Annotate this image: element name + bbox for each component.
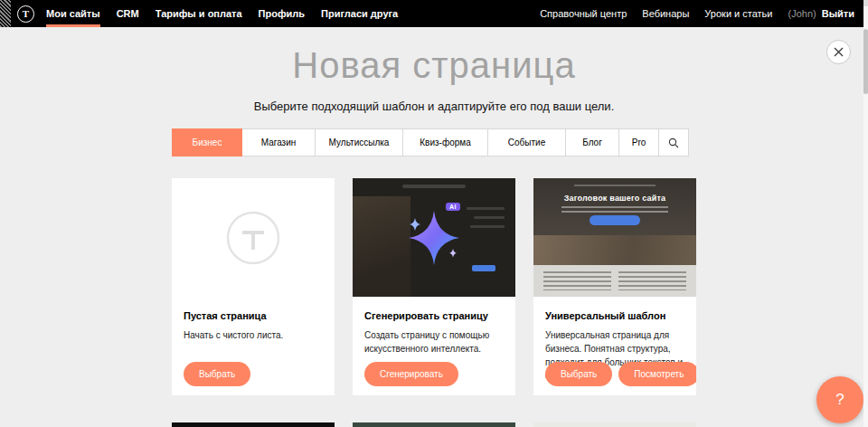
view-button[interactable]: Посмотреть [618, 362, 696, 386]
tab-shop[interactable]: Магазин [241, 128, 316, 157]
nav-item-profile[interactable]: Профиль [259, 0, 305, 27]
card-title: Универсальный шаблон [545, 310, 684, 321]
search-icon [668, 138, 679, 148]
preview-cta-button [590, 215, 640, 225]
card-universal-template[interactable]: Заголовок вашего сайта Универсальный шаб… [533, 178, 696, 395]
nav-item-my-sites[interactable]: Мои сайты [46, 0, 100, 27]
pattern-logo [0, 0, 11, 27]
blank-page-preview [172, 178, 335, 297]
card-description: Начать с чистого листа. [184, 328, 323, 342]
navbar-right: Справочный центр Вебинары Уроки и статьи… [540, 8, 863, 19]
help-button[interactable]: ? [816, 376, 863, 423]
card-actions: Выбрать [184, 362, 250, 386]
template-grid: Пустая страница Начать с чистого листа. … [172, 178, 696, 427]
template-card[interactable] [533, 422, 696, 427]
tab-search[interactable] [658, 128, 689, 157]
tab-blog[interactable]: Блог [565, 128, 619, 157]
top-navbar: T Мои сайты CRM Тарифы и оплата Профиль … [0, 0, 863, 27]
scrollbar-thumb[interactable] [863, 29, 868, 94]
nav-link-lessons[interactable]: Уроки и статьи [704, 8, 772, 19]
universal-template-preview: Заголовок вашего сайта [533, 178, 696, 297]
card-body: Пустая страница Начать с чистого листа. [172, 297, 335, 342]
preview-site-title: Заголовок вашего сайта [533, 178, 696, 203]
card-actions: Сгенерировать [364, 362, 458, 386]
tab-multilink[interactable]: Мультиссылка [315, 128, 403, 157]
nav-item-tariffs[interactable]: Тарифы и оплата [156, 0, 242, 27]
preview-text-column [543, 271, 611, 290]
card-body: Сгенерировать страницу Создать страницу … [353, 297, 515, 356]
card-title: Пустая страница [184, 310, 323, 321]
preview-subtitle-lines [561, 206, 668, 213]
preview-photo-band [533, 235, 696, 265]
template-card[interactable] [172, 422, 335, 427]
template-card[interactable] [353, 422, 515, 427]
template-preview [353, 422, 515, 427]
card-title: Сгенерировать страницу [364, 310, 504, 321]
close-button[interactable] [826, 40, 851, 64]
preview-topbar [402, 185, 466, 188]
tab-quiz-form[interactable]: Квиз-форма [402, 128, 488, 157]
preview-text-line [470, 225, 505, 228]
preview-button [472, 265, 495, 271]
nav-item-crm[interactable]: CRM [117, 0, 139, 27]
generate-button[interactable]: Сгенерировать [364, 362, 458, 386]
tab-pro[interactable]: Pro [618, 128, 659, 157]
select-button[interactable]: Выбрать [184, 362, 250, 386]
template-preview [533, 422, 696, 427]
logout-link[interactable]: Выйти [822, 8, 854, 19]
template-preview [172, 422, 335, 427]
page-title: Новая страница [0, 45, 868, 86]
preview-text-column [618, 271, 686, 290]
close-icon [834, 47, 844, 57]
user-logout[interactable]: (John) Выйти [788, 8, 855, 19]
preview-text-line [474, 216, 505, 219]
tab-event[interactable]: Событие [487, 128, 566, 157]
card-generate-ai[interactable]: AI Сгенерировать страницу Создать страни… [353, 178, 515, 395]
preview-text-section [533, 265, 696, 297]
page-subtitle: Выберите подходящий шаблон и адаптируйте… [0, 100, 868, 113]
ai-badge: AI [446, 203, 460, 211]
tab-business[interactable]: Бизнес [172, 128, 242, 157]
ai-sparkle-icon [401, 205, 467, 270]
tilda-logo[interactable]: T [17, 5, 34, 23]
card-actions: Выбрать Посмотреть [545, 362, 696, 386]
template-category-tabs: Бизнес Магазин Мультиссылка Квиз-форма С… [172, 128, 689, 157]
scrollbar-up-arrow[interactable] [863, 0, 868, 6]
select-button[interactable]: Выбрать [545, 362, 612, 386]
scrollbar-track[interactable] [863, 0, 868, 427]
preview-text-line [467, 207, 505, 210]
card-description: Создать страницу с помощью искусственног… [364, 328, 504, 356]
card-blank-page[interactable]: Пустая страница Начать с чистого листа. … [172, 178, 335, 395]
preview-nav-line [574, 185, 656, 186]
tilda-watermark-icon [225, 210, 281, 266]
user-name: (John) [788, 8, 816, 19]
nav-link-webinars[interactable]: Вебинары [642, 8, 689, 19]
nav-link-help-center[interactable]: Справочный центр [540, 8, 627, 19]
nav-item-invite-friend[interactable]: Пригласи друга [321, 0, 398, 27]
ai-page-preview: AI [353, 178, 515, 297]
preview-hero: Заголовок вашего сайта [533, 178, 696, 235]
